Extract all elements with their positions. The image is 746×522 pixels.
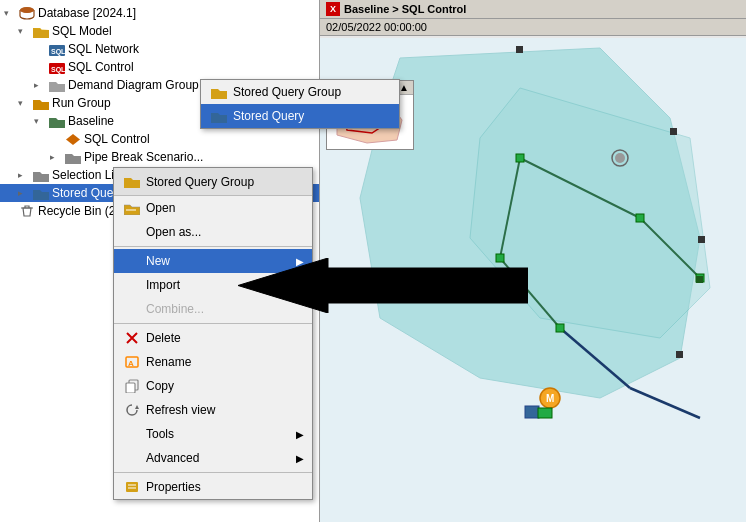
expand-icon[interactable]: ▸ xyxy=(50,152,64,162)
separator3 xyxy=(114,472,312,473)
svg-point-1 xyxy=(20,7,34,13)
delete-icon xyxy=(122,328,142,348)
expand-icon[interactable]: ▾ xyxy=(34,116,48,126)
svg-rect-25 xyxy=(636,214,644,222)
svg-point-30 xyxy=(615,153,625,163)
tree-item-sql-control[interactable]: SQL SQL Control xyxy=(0,58,319,76)
header-label: Stored Query Group xyxy=(146,175,304,189)
context-menu-tools[interactable]: Tools ▶ xyxy=(114,422,312,446)
run-group-icon xyxy=(32,95,50,111)
svg-marker-6 xyxy=(66,134,80,145)
sq-icon xyxy=(209,106,229,126)
context-menu-refresh[interactable]: Refresh view xyxy=(114,398,312,422)
advanced-icon xyxy=(122,448,142,468)
expand-icon[interactable]: ▸ xyxy=(18,188,32,198)
context-menu-properties[interactable]: Properties xyxy=(114,475,312,499)
tree-item-sql-model[interactable]: ▾ SQL Model xyxy=(0,22,319,40)
sql-network-icon: SQL xyxy=(48,41,66,57)
advanced-label: Advanced xyxy=(146,451,296,465)
timestamp: 02/05/2022 00:00:00 xyxy=(326,21,427,33)
pipe-break-label: Pipe Break Scenario... xyxy=(84,150,203,164)
copy-icon xyxy=(122,376,142,396)
diamond-icon xyxy=(64,131,82,147)
demand-icon xyxy=(48,77,66,93)
stored-query-icon xyxy=(32,185,50,201)
context-menu-header: Stored Query Group xyxy=(114,168,312,196)
separator2 xyxy=(114,323,312,324)
open-icon xyxy=(122,198,142,218)
svg-rect-39 xyxy=(696,276,703,283)
locator-expand-icon[interactable]: ▲ xyxy=(399,82,409,93)
copy-label: Copy xyxy=(146,379,304,393)
map-header: X Baseline > SQL Control xyxy=(320,0,746,19)
svg-rect-28 xyxy=(556,324,564,332)
submenu-new: Stored Query Group Stored Query xyxy=(200,79,400,129)
context-menu-delete[interactable]: Delete xyxy=(114,326,312,350)
context-menu-copy[interactable]: Copy xyxy=(114,374,312,398)
expand-icon[interactable]: ▾ xyxy=(18,26,32,36)
svg-marker-11 xyxy=(135,405,139,409)
combine-icon xyxy=(122,299,142,319)
svg-rect-38 xyxy=(676,351,683,358)
tree-item-sql-control2[interactable]: SQL Control xyxy=(0,130,319,148)
svg-rect-37 xyxy=(698,236,705,243)
tree-item-pipe-break[interactable]: ▸ Pipe Break Scenario... xyxy=(0,148,319,166)
properties-icon xyxy=(122,477,142,497)
tree-item-database[interactable]: ▾ Database [2024.1] xyxy=(0,4,319,22)
db-icon xyxy=(18,5,36,21)
context-menu-import[interactable]: Import ▶ xyxy=(114,273,312,297)
refresh-label: Refresh view xyxy=(146,403,304,417)
svg-rect-12 xyxy=(126,482,138,492)
expand-icon[interactable]: ▸ xyxy=(18,170,32,180)
sql-control2-label: SQL Control xyxy=(84,132,150,146)
context-menu-advanced[interactable]: Advanced ▶ xyxy=(114,446,312,470)
svg-text:A: A xyxy=(128,359,134,368)
expand-icon[interactable]: ▾ xyxy=(4,8,18,18)
svg-text:SQL: SQL xyxy=(51,48,65,56)
svg-rect-24 xyxy=(516,154,524,162)
baseline-icon xyxy=(48,113,66,129)
combine-label: Combine... xyxy=(146,302,304,316)
submenu-arrow-import: ▶ xyxy=(296,280,304,291)
demand-label: Demand Diagram Group xyxy=(68,78,199,92)
recycle-icon xyxy=(18,203,36,219)
svg-text:SQL: SQL xyxy=(51,66,65,74)
submenu-arrow-advanced: ▶ xyxy=(296,453,304,464)
pipe-break-icon xyxy=(64,149,82,165)
new-icon xyxy=(122,251,142,271)
context-menu-new[interactable]: New ▶ xyxy=(114,249,312,273)
context-menu-open-as[interactable]: Open as... xyxy=(114,220,312,244)
rename-label: Rename xyxy=(146,355,304,369)
context-menu: Stored Query Group Open Open as... New ▶… xyxy=(113,167,313,500)
recycle-label: Recycle Bin (2) xyxy=(38,204,119,218)
tree-item-sql-network[interactable]: SQL SQL Network xyxy=(0,40,319,58)
submenu-new-stored-query[interactable]: Stored Query xyxy=(201,104,399,128)
open-as-label: Open as... xyxy=(146,225,304,239)
header-folder-icon xyxy=(122,172,142,192)
svg-rect-35 xyxy=(516,46,523,53)
expand-icon[interactable]: ▸ xyxy=(34,80,48,90)
submenu-arrow-new: ▶ xyxy=(296,256,304,267)
sql-control-label: SQL Control xyxy=(68,60,134,74)
run-group-label: Run Group xyxy=(52,96,111,110)
svg-rect-33 xyxy=(525,406,539,418)
map-tab-icon: X xyxy=(326,2,340,16)
submenu-new-group[interactable]: Stored Query Group xyxy=(201,80,399,104)
context-menu-open[interactable]: Open xyxy=(114,196,312,220)
expand-icon[interactable]: ▾ xyxy=(18,98,32,108)
sql-network-label: SQL Network xyxy=(68,42,139,56)
svg-text:M: M xyxy=(546,393,554,404)
context-menu-rename[interactable]: A Rename xyxy=(114,350,312,374)
folder-icon xyxy=(32,23,50,39)
sqg-icon xyxy=(209,82,229,102)
separator1 xyxy=(114,246,312,247)
submenu-arrow-tools: ▶ xyxy=(296,429,304,440)
delete-label: Delete xyxy=(146,331,304,345)
svg-rect-36 xyxy=(670,128,677,135)
open-as-icon xyxy=(122,222,142,242)
selection-icon xyxy=(32,167,50,183)
tools-icon xyxy=(122,424,142,444)
open-label: Open xyxy=(146,201,304,215)
rename-icon: A xyxy=(122,352,142,372)
svg-rect-27 xyxy=(496,254,504,262)
